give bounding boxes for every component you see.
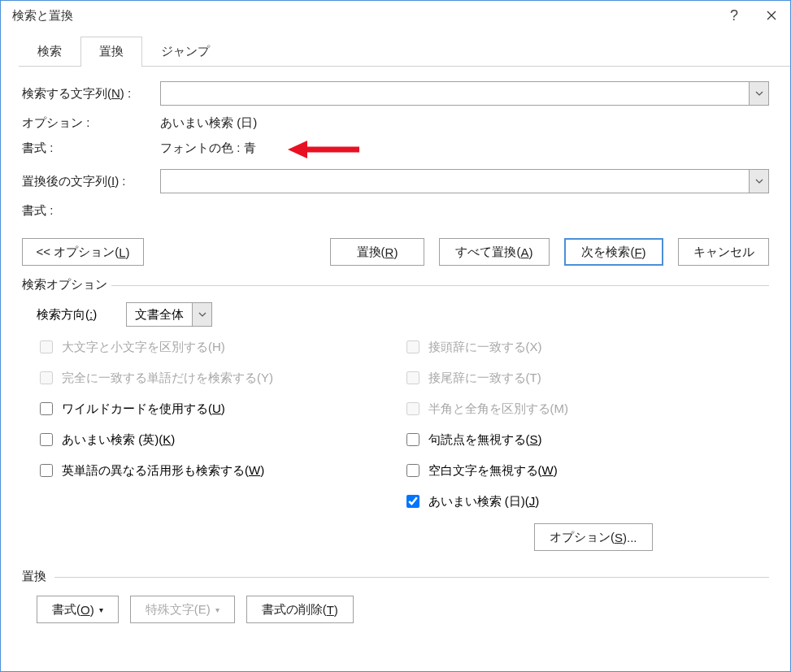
find-label: 検索する文字列(N) : (22, 86, 160, 102)
close-icon (767, 11, 776, 20)
checkbox-input (406, 340, 419, 353)
tab-strip: 検索 置換 ジャンプ (19, 37, 790, 67)
direction-select-button[interactable] (193, 302, 212, 327)
replace-all-button[interactable]: すべて置換(A) (439, 238, 550, 266)
checkbox-input[interactable] (40, 402, 53, 415)
options-toggle-button[interactable]: << オプション(L) (22, 238, 144, 266)
direction-label: 検索方向(:) (37, 307, 126, 323)
find-row: 検索する文字列(N) : (22, 81, 769, 106)
replace-button[interactable]: 置換(R) (330, 238, 424, 266)
checkbox-input[interactable] (40, 464, 53, 477)
chevron-down-icon (755, 179, 763, 184)
checkbox-label: 大文字と小文字を区別する(H) (62, 340, 225, 355)
find-dropdown-button[interactable] (750, 81, 769, 106)
checkbox-input (406, 371, 419, 384)
clear-format-button[interactable]: 書式の削除(T) (246, 596, 354, 623)
replace-section-title: 置換 (22, 569, 769, 584)
chevron-down-icon (198, 312, 206, 317)
checkbox-label: 英単語の異なる活用形も検索する(W) (62, 463, 264, 479)
tab-jump[interactable]: ジャンプ (142, 37, 228, 66)
chevron-down-icon (755, 91, 763, 96)
checkbox-input (406, 402, 419, 415)
tab-replace[interactable]: 置換 (80, 37, 142, 67)
replace-fieldset: 置換 書式(O)▾ 特殊文字(E)▾ 書式の削除(T) (22, 569, 769, 623)
checkbox-label: 空白文字を無視する(W) (428, 463, 558, 479)
svg-marker-1 (288, 141, 307, 158)
checkbox-option: 大文字と小文字を区別する(H) (37, 338, 403, 356)
checkbox-option: 接尾辞に一致する(T) (403, 369, 770, 387)
checkbox-option: 接頭辞に一致する(X) (403, 338, 770, 356)
checkbox-grid: 大文字と小文字を区別する(H)完全に一致する単語だけを検索する(Y)ワイルドカー… (37, 338, 769, 510)
checkbox-label: あいまい検索 (英)(K) (62, 432, 175, 448)
replace-format-row: 書式 : (22, 203, 769, 219)
search-options-title: 検索オプション (22, 277, 769, 293)
format-row: 書式 : フォントの色 : 青 (22, 141, 769, 156)
checkbox-label: 接尾辞に一致する(T) (428, 371, 541, 386)
checkbox-input (40, 340, 53, 353)
search-options-fieldset: 検索オプション 検索方向(:) 文書全体 大文字と小文字を区別する(H)完全に一… (22, 277, 769, 551)
checkbox-input (40, 371, 53, 384)
checkbox-label: 接頭辞に一致する(X) (428, 340, 542, 355)
titlebar: 検索と置換 ? (1, 1, 790, 30)
checkbox-option[interactable]: ワイルドカードを使用する(U) (37, 400, 403, 418)
checkbox-input[interactable] (40, 433, 53, 446)
window-title: 検索と置換 (12, 8, 715, 24)
checkbox-input[interactable] (406, 495, 419, 508)
help-button[interactable]: ? (715, 1, 753, 30)
replace-format-label: 書式 : (22, 203, 160, 219)
options-label: オプション : (22, 115, 160, 131)
checkbox-option[interactable]: あいまい検索 (英)(K) (37, 431, 403, 449)
tab-search[interactable]: 検索 (19, 37, 80, 66)
chevron-down-icon: ▾ (99, 605, 103, 614)
replace-dropdown-button[interactable] (750, 169, 769, 193)
special-char-button[interactable]: 特殊文字(E)▾ (130, 596, 235, 623)
options-row: オプション : あいまい検索 (日) (22, 115, 769, 131)
checkbox-option[interactable]: 空白文字を無視する(W) (403, 462, 770, 479)
chevron-down-icon: ▾ (215, 605, 219, 614)
replace-label: 置換後の文字列(I) : (22, 174, 160, 189)
format-label: 書式 : (22, 141, 160, 156)
close-button[interactable] (753, 1, 790, 30)
main-button-row: << オプション(L) 置換(R) すべて置換(A) 次を検索(F) キャンセル (22, 238, 769, 266)
checkbox-label: 半角と全角を区別する(M) (428, 401, 569, 417)
find-next-button[interactable]: 次を検索(F) (564, 238, 663, 266)
checkbox-label: 完全に一致する単語だけを検索する(Y) (62, 371, 273, 386)
find-input[interactable] (160, 81, 750, 106)
checkbox-option[interactable]: あいまい検索 (日)(J) (403, 492, 770, 510)
dialog-content: 検索する文字列(N) : オプション : あいまい検索 (日) 書式 : フォン… (1, 67, 790, 639)
checkbox-option: 半角と全角を区別する(M) (403, 400, 770, 418)
checkbox-label: あいまい検索 (日)(J) (428, 494, 540, 509)
checkbox-option[interactable]: 英単語の異なる活用形も検索する(W) (37, 462, 403, 479)
replace-row: 置換後の文字列(I) : (22, 169, 769, 193)
format-menu-button[interactable]: 書式(O)▾ (37, 596, 119, 623)
checkbox-input[interactable] (406, 433, 419, 446)
checkbox-option[interactable]: 句読点を無視する(S) (403, 431, 770, 449)
replace-input[interactable] (160, 169, 750, 193)
direction-row: 検索方向(:) 文書全体 (37, 302, 769, 327)
format-value: フォントの色 : 青 (160, 141, 256, 156)
options-value: あいまい検索 (日) (160, 115, 257, 131)
direction-select[interactable]: 文書全体 (126, 302, 193, 327)
checkbox-option: 完全に一致する単語だけを検索する(Y) (37, 369, 403, 387)
arrow-annotation (286, 137, 359, 162)
checkbox-label: 句読点を無視する(S) (428, 432, 542, 448)
checkbox-input[interactable] (406, 464, 419, 477)
fuzzy-options-button[interactable]: オプション(S)... (534, 523, 653, 551)
checkbox-label: ワイルドカードを使用する(U) (62, 401, 225, 417)
cancel-button[interactable]: キャンセル (678, 238, 769, 266)
